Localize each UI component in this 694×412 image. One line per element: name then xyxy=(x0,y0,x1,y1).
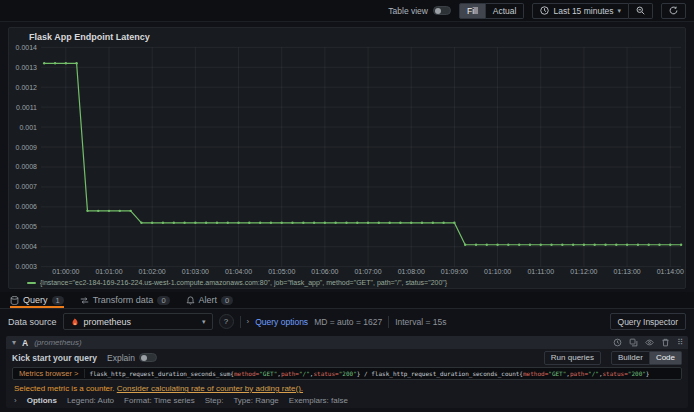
chart-legend[interactable]: {instance="ec2-184-169-216-224.us-west-1… xyxy=(27,279,447,286)
explain-toggle[interactable] xyxy=(139,353,157,362)
svg-text:01:00:00: 01:00:00 xyxy=(52,268,79,275)
actual-button[interactable]: Actual xyxy=(486,3,525,19)
svg-text:01:09:00: 01:09:00 xyxy=(441,268,468,275)
svg-text:0.0004: 0.0004 xyxy=(16,243,37,250)
metrics-browser-button[interactable]: Metrics browser > xyxy=(13,369,85,378)
eye-icon[interactable] xyxy=(645,338,654,347)
trash-icon[interactable] xyxy=(661,338,670,347)
code-mode-button[interactable]: Code xyxy=(650,351,682,365)
run-queries-button[interactable]: Run queries xyxy=(544,351,601,365)
svg-text:0.0008: 0.0008 xyxy=(16,163,37,170)
divider xyxy=(388,316,389,328)
svg-text:0.001: 0.001 xyxy=(19,124,37,131)
datasource-select[interactable]: prometheus ▾ xyxy=(63,313,213,330)
editor-mode-group: Builder Code xyxy=(611,351,682,365)
explain-control: Explain xyxy=(107,353,157,363)
series-label: {instance="ec2-184-169-216-224.us-west-1… xyxy=(40,279,447,286)
query-code-row: Metrics browser > flask_http_request_dur… xyxy=(6,366,688,382)
tab-alert[interactable]: Alert 0 xyxy=(186,292,234,308)
counter-warning: Selected metric is a counter. Consider c… xyxy=(6,382,688,394)
svg-text:0.0011: 0.0011 xyxy=(16,104,37,111)
query-options-toggle[interactable]: Query options xyxy=(255,317,308,327)
fill-button[interactable]: Fill xyxy=(459,3,486,19)
transform-icon xyxy=(80,296,89,305)
divider xyxy=(240,316,241,328)
svg-text:01:05:00: 01:05:00 xyxy=(268,268,295,275)
query-expression[interactable]: flask_http_request_duration_seconds_sum{… xyxy=(85,370,653,377)
editor-tabs: Query 1 Transform data 0 Alert 0 xyxy=(0,292,694,309)
option-step: Step: xyxy=(205,396,224,405)
chart-area[interactable]: 0.00140.00130.00120.00110.0010.00090.000… xyxy=(9,41,685,277)
options-label[interactable]: Options xyxy=(27,396,57,405)
tab-query[interactable]: Query 1 xyxy=(10,292,64,308)
query-options-summary: MD = auto = 1627 xyxy=(314,317,382,327)
drag-handle[interactable]: ⠿ xyxy=(677,338,682,347)
svg-text:01:13:00: 01:13:00 xyxy=(614,268,641,275)
toggle-knob xyxy=(435,8,442,15)
svg-text:01:07:00: 01:07:00 xyxy=(354,268,381,275)
chevron-right-icon[interactable]: › xyxy=(14,396,17,405)
collapse-chevron-icon[interactable]: ▾ xyxy=(12,338,16,347)
svg-text:01:06:00: 01:06:00 xyxy=(311,268,338,275)
clock-icon xyxy=(540,6,549,15)
tab-badge: 0 xyxy=(157,296,169,305)
svg-text:0.0013: 0.0013 xyxy=(16,64,37,71)
svg-text:0.0007: 0.0007 xyxy=(16,183,37,190)
svg-text:01:14:00: 01:14:00 xyxy=(657,268,684,275)
refresh-icon xyxy=(669,6,678,15)
duplicate-icon[interactable] xyxy=(629,338,638,347)
query-row-header[interactable]: ▾ A (prometheus) ⠿ xyxy=(6,336,688,349)
timeseries-panel: Flask App Endpoint Latency 0.00140.00130… xyxy=(8,27,686,289)
builder-mode-button[interactable]: Builder xyxy=(611,351,650,365)
chevron-down-icon: ▾ xyxy=(202,318,206,325)
panel-preview-area: Flask App Endpoint Latency 0.00140.00130… xyxy=(0,22,694,292)
svg-text:01:10:00: 01:10:00 xyxy=(484,268,511,275)
tab-badge: 1 xyxy=(52,296,64,305)
query-inspector-button[interactable]: Query Inspector xyxy=(610,313,686,330)
query-row-card: ▾ A (prometheus) ⠿ Kick start your query… xyxy=(6,336,688,408)
table-view-control: Table view xyxy=(388,6,451,16)
tab-label: Alert xyxy=(199,295,218,305)
svg-text:0.0009: 0.0009 xyxy=(16,144,37,151)
fit-mode-group: Fill Actual xyxy=(459,3,524,19)
explain-label: Explain xyxy=(107,353,135,363)
bell-icon xyxy=(186,296,195,305)
warning-hint-link[interactable]: Consider calculating rate of counter by … xyxy=(117,384,303,393)
tab-transform-data[interactable]: Transform data 0 xyxy=(80,292,170,308)
magnifier-minus-icon xyxy=(636,6,645,15)
svg-text:0.0005: 0.0005 xyxy=(16,223,37,230)
table-view-label: Table view xyxy=(388,6,428,16)
option-type: Type: Range xyxy=(233,396,278,405)
refresh-button[interactable] xyxy=(661,3,686,19)
svg-text:0.0003: 0.0003 xyxy=(16,263,37,270)
database-icon xyxy=(10,296,19,305)
svg-text:0.0012: 0.0012 xyxy=(16,84,37,91)
tab-label: Transform data xyxy=(93,295,154,305)
chevron-down-icon: ▾ xyxy=(617,7,621,14)
time-range-label: Last 15 minutes xyxy=(553,6,613,16)
svg-text:0.0014: 0.0014 xyxy=(16,44,37,51)
latency-chart: 0.00140.00130.00120.00110.0010.00090.000… xyxy=(9,41,685,277)
svg-text:01:02:00: 01:02:00 xyxy=(139,268,166,275)
zoom-out-button[interactable] xyxy=(629,3,653,19)
datasource-row: Data source prometheus ▾ ? › Query optio… xyxy=(0,309,694,334)
svg-text:01:01:00: 01:01:00 xyxy=(95,268,122,275)
svg-text:01:04:00: 01:04:00 xyxy=(225,268,252,275)
interval-summary: Interval = 15s xyxy=(395,317,446,327)
history-icon[interactable] xyxy=(613,338,622,347)
option-legend: Legend: Auto xyxy=(67,396,114,405)
query-code-editor[interactable]: Metrics browser > flask_http_request_dur… xyxy=(12,367,682,380)
toggle-knob xyxy=(141,355,148,362)
time-range-button[interactable]: Last 15 minutes ▾ xyxy=(532,3,629,19)
editor-topbar: Table view Fill Actual Last 15 minutes ▾ xyxy=(0,0,694,22)
table-view-toggle[interactable] xyxy=(433,6,451,15)
kick-start-query-button[interactable]: Kick start your query xyxy=(12,353,97,363)
query-datasource-hint: (prometheus) xyxy=(34,338,82,347)
grafana-panel-editor: Table view Fill Actual Last 15 minutes ▾… xyxy=(0,0,694,412)
svg-text:0.0006: 0.0006 xyxy=(16,203,37,210)
option-exemplars: Exemplars: false xyxy=(289,396,348,405)
datasource-help-button[interactable]: ? xyxy=(219,314,234,329)
svg-text:01:08:00: 01:08:00 xyxy=(398,268,425,275)
time-picker-group: Last 15 minutes ▾ xyxy=(532,3,653,19)
query-actions-row: Kick start your query Explain Run querie… xyxy=(6,349,688,366)
